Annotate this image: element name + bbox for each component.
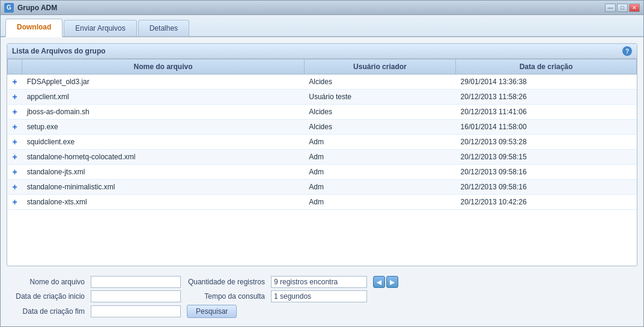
user-cell: Adm — [304, 165, 455, 180]
date-cell: 20/12/2013 09:58:16 — [456, 180, 637, 195]
col-date: Data de criação — [456, 60, 637, 75]
filename-cell: standalone-minimalistic.xml — [22, 180, 305, 195]
minimize-button[interactable]: — — [605, 4, 616, 12]
table-body: +FDSApplet_old3.jarAlcides29/01/2014 13:… — [8, 75, 637, 210]
data-inicio-label: Data de criação inicio — [7, 292, 85, 301]
user-cell: Usuário teste — [304, 90, 455, 105]
form-row-nome: Nome do arquivo Quantidade de registros … — [7, 276, 637, 288]
add-file-button[interactable]: + — [13, 197, 17, 207]
table-row: +appclient.xmlUsuário teste20/12/2013 11… — [8, 90, 637, 105]
table-row: +standalone-hornetq-colocated.xmlAdm20/1… — [8, 150, 637, 165]
table-row: +standalone-xts.xmlAdm20/12/2013 10:42:2… — [8, 195, 637, 210]
add-cell: + — [8, 165, 22, 180]
tab-bar: Download Enviar Arquivos Detalhes — [1, 15, 643, 37]
form-row-data-inicio: Data de criação inicio Tempo da consulta — [7, 290, 637, 302]
col-add — [8, 60, 22, 75]
search-button[interactable]: Pesquisar — [187, 305, 237, 318]
add-file-button[interactable]: + — [13, 92, 17, 102]
tempo-value — [271, 290, 367, 302]
title-controls: — □ ✕ — [605, 4, 640, 12]
form-row-data-fim: Data de criação fim Pesquisar — [7, 305, 637, 318]
nav-prev-button[interactable]: ◀ — [373, 276, 385, 288]
tab-enviar-arquivos[interactable]: Enviar Arquivos — [64, 20, 136, 36]
tab-download[interactable]: Download — [5, 19, 62, 37]
data-inicio-input[interactable] — [91, 290, 181, 302]
tempo-label: Tempo da consulta — [187, 292, 265, 301]
user-cell: Adm — [304, 135, 455, 150]
add-cell: + — [8, 120, 22, 135]
date-cell: 20/12/2013 11:58:26 — [456, 90, 637, 105]
date-cell: 20/12/2013 09:58:16 — [456, 165, 637, 180]
user-cell: Alcides — [304, 105, 455, 120]
title-bar: G Grupo ADM — □ ✕ — [1, 1, 643, 15]
add-cell: + — [8, 180, 22, 195]
filename-cell: FDSApplet_old3.jar — [22, 75, 305, 90]
data-fim-input[interactable] — [91, 305, 181, 317]
add-cell: + — [8, 135, 22, 150]
help-button[interactable]: ? — [622, 46, 632, 56]
file-list-panel: Lista de Arquivos do grupo ? Nome do arq… — [7, 43, 637, 266]
date-cell: 20/12/2013 11:41:06 — [456, 105, 637, 120]
user-cell: Alcides — [304, 120, 455, 135]
add-file-button[interactable]: + — [13, 107, 17, 117]
table-container: Nome do arquivo Usuário criador Data de … — [7, 59, 637, 266]
table-row: +standalone-jts.xmlAdm20/12/2013 09:58:1… — [8, 165, 637, 180]
search-form: Nome do arquivo Quantidade de registros … — [7, 271, 637, 320]
col-filename: Nome do arquivo — [22, 60, 305, 75]
user-cell: Adm — [304, 195, 455, 210]
user-cell: Adm — [304, 150, 455, 165]
table-row: +setup.exeAlcides16/01/2014 11:58:00 — [8, 120, 637, 135]
add-file-button[interactable]: + — [13, 182, 17, 192]
user-cell: Adm — [304, 180, 455, 195]
maximize-button[interactable]: □ — [617, 4, 628, 12]
nav-next-button[interactable]: ▶ — [386, 276, 398, 288]
filename-cell: squidclient.exe — [22, 135, 305, 150]
nome-label: Nome do arquivo — [7, 278, 85, 286]
content-area: Lista de Arquivos do grupo ? Nome do arq… — [1, 37, 643, 326]
data-fim-label: Data de criação fim — [7, 307, 85, 316]
col-user: Usuário criador — [304, 60, 455, 75]
add-cell: + — [8, 90, 22, 105]
panel-title: Lista de Arquivos do grupo — [12, 47, 106, 55]
filename-cell: jboss-as-domain.sh — [22, 105, 305, 120]
add-file-button[interactable]: + — [13, 152, 17, 162]
title-bar-left: G Grupo ADM — [4, 3, 57, 13]
date-cell: 20/12/2013 10:42:26 — [456, 195, 637, 210]
nome-input[interactable] — [91, 276, 181, 288]
table-row: +jboss-as-domain.shAlcides20/12/2013 11:… — [8, 105, 637, 120]
tab-detalhes[interactable]: Detalhes — [138, 20, 189, 36]
window-icon: G — [4, 3, 14, 13]
close-button[interactable]: ✕ — [629, 4, 640, 12]
panel-header: Lista de Arquivos do grupo ? — [7, 44, 637, 59]
add-file-button[interactable]: + — [13, 167, 17, 177]
filename-cell: standalone-xts.xml — [22, 195, 305, 210]
filename-cell: standalone-hornetq-colocated.xml — [22, 150, 305, 165]
date-cell: 20/12/2013 09:58:15 — [456, 150, 637, 165]
table-row: +squidclient.exeAdm20/12/2013 09:53:28 — [8, 135, 637, 150]
add-cell: + — [8, 105, 22, 120]
file-table: Nome do arquivo Usuário criador Data de … — [7, 59, 637, 210]
window-title: Grupo ADM — [17, 4, 57, 12]
add-cell: + — [8, 75, 22, 90]
table-header-row: Nome do arquivo Usuário criador Data de … — [8, 60, 637, 75]
filename-cell: standalone-jts.xml — [22, 165, 305, 180]
main-window: G Grupo ADM — □ ✕ Download Enviar Arquiv… — [0, 0, 644, 327]
quantidade-value — [271, 276, 367, 288]
add-cell: + — [8, 195, 22, 210]
add-cell: + — [8, 150, 22, 165]
date-cell: 29/01/2014 13:36:38 — [456, 75, 637, 90]
nav-buttons: ◀ ▶ — [373, 276, 398, 288]
quantidade-label: Quantidade de registros — [187, 278, 265, 286]
table-row: +standalone-minimalistic.xmlAdm20/12/201… — [8, 180, 637, 195]
add-file-button[interactable]: + — [13, 122, 17, 132]
filename-cell: appclient.xml — [22, 90, 305, 105]
add-file-button[interactable]: + — [13, 77, 17, 87]
date-cell: 20/12/2013 09:53:28 — [456, 135, 637, 150]
table-row: +FDSApplet_old3.jarAlcides29/01/2014 13:… — [8, 75, 637, 90]
date-cell: 16/01/2014 11:58:00 — [456, 120, 637, 135]
add-file-button[interactable]: + — [13, 137, 17, 147]
filename-cell: setup.exe — [22, 120, 305, 135]
user-cell: Alcides — [304, 75, 455, 90]
